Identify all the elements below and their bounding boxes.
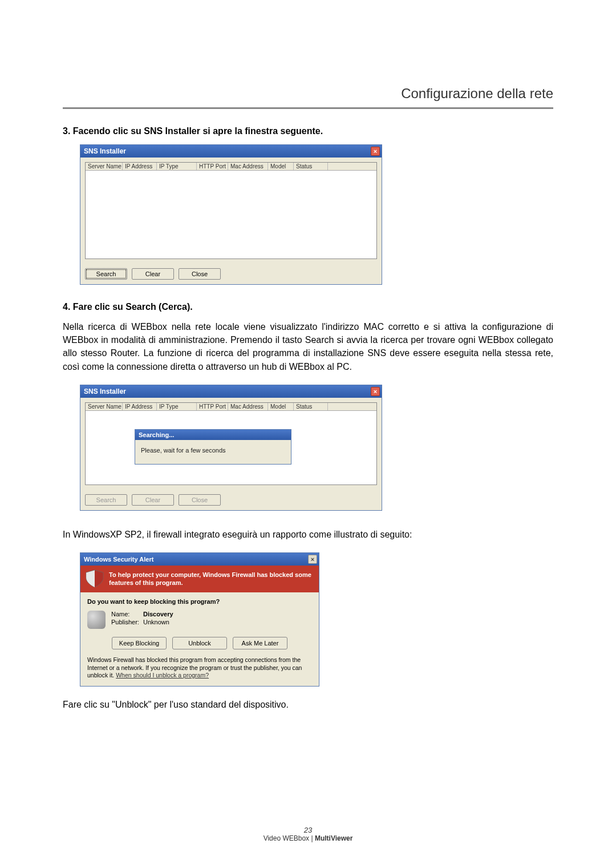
col-model: Model [268,403,294,410]
listview-header: Server Name IP Address IP Type HTTP Port… [86,163,376,171]
titlebar: SNS Installer × [80,385,382,398]
unblock-note: Fare clic su "Unblock" per l'uso standar… [63,698,553,711]
search-button[interactable]: Search [85,268,127,280]
sns-installer-window-2: SNS Installer × Server Name IP Address I… [80,385,382,511]
step4-heading: 4. Fare clic su Search (Cerca). [63,302,553,312]
col-rest [328,403,376,410]
titlebar: Windows Security Alert × [80,553,319,566]
listview-header: Server Name IP Address IP Type HTTP Port… [86,403,376,411]
page-number: 23 [0,826,616,834]
col-mac-address[interactable]: Mac Address [228,163,268,170]
alert-banner: To help protect your computer, Windows F… [80,566,319,593]
col-model[interactable]: Model [268,163,294,170]
col-mac-address: Mac Address [228,403,268,410]
name-value: Discovery [143,611,173,617]
button-row: Search Clear Close [80,264,382,284]
clear-button[interactable]: Clear [132,268,174,280]
alert-question: Do you want to keep blocking this progra… [87,598,312,605]
searching-message: Please, wait for a few seconds [135,440,291,464]
device-listview[interactable]: Server Name IP Address IP Type HTTP Port… [85,162,377,259]
step3-heading: 3. Facendo clic su SNS Installer si apre… [63,126,553,136]
window-title: SNS Installer [84,387,126,395]
col-rest [328,163,376,170]
alert-explanation: Windows Firewall has blocked this progra… [87,656,312,679]
publisher-value: Unknown [143,619,173,625]
alert-explain-link[interactable]: When should I unblock a program? [116,672,209,679]
col-status[interactable]: Status [294,163,328,170]
xp-firewall-note: In WindowsXP SP2, il firewall integrato … [63,528,553,541]
close-button[interactable]: Close [179,268,221,280]
col-ip-type: IP Type [157,403,197,410]
publisher-label: Publisher: [111,619,143,625]
col-ip-address[interactable]: IP Address [123,163,157,170]
col-http-port: HTTP Port [197,403,228,410]
product-b: MultiViewer [315,834,352,842]
alert-banner-text: To help protect your computer, Windows F… [109,571,311,586]
col-http-port[interactable]: HTTP Port [197,163,228,170]
unblock-button[interactable]: Unblock [172,637,227,649]
col-server-name[interactable]: Server Name [86,163,123,170]
program-icon [87,611,106,629]
close-icon[interactable]: × [371,147,380,156]
searching-title: Searching... [135,430,291,440]
col-server-name: Server Name [86,403,123,410]
button-row: Search Clear Close [80,490,382,510]
close-button: Close [179,494,221,506]
program-info: Name: Discovery Publisher: Unknown [87,611,312,629]
col-status: Status [294,403,328,410]
step4-paragraph: Nella ricerca di WEBbox nella rete local… [63,320,553,373]
titlebar: SNS Installer × [80,145,382,158]
searching-dialog: Searching... Please, wait for a few seco… [135,429,291,465]
keep-blocking-button[interactable]: Keep Blocking [112,637,167,649]
col-ip-address: IP Address [123,403,157,410]
close-icon[interactable]: × [371,387,380,396]
window-title: SNS Installer [84,147,126,155]
footer: 23 Video WEBbox | MultiViewer [0,826,616,842]
page-title: Configurazione della rete [63,86,553,102]
search-button: Search [85,494,127,506]
col-ip-type[interactable]: IP Type [157,163,197,170]
product-line: Video WEBbox | MultiViewer [0,834,616,842]
sns-installer-window-1: SNS Installer × Server Name IP Address I… [80,144,382,285]
shield-icon [85,569,104,588]
windows-security-alert: Windows Security Alert × To help protect… [80,552,319,687]
ask-me-later-button[interactable]: Ask Me Later [233,637,287,649]
alert-button-row: Keep Blocking Unblock Ask Me Later [87,637,312,649]
name-label: Name: [111,611,143,617]
header-rule [63,107,553,109]
alert-title: Windows Security Alert [84,556,153,563]
clear-button: Clear [132,494,174,506]
close-icon[interactable]: × [308,555,317,564]
product-a: Video WEBbox | [264,834,315,842]
